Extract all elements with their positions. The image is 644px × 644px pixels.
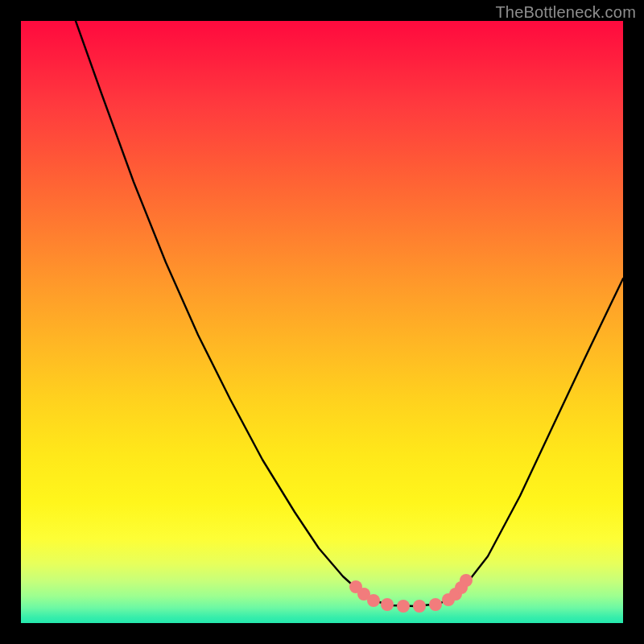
bottleneck-curve: [21, 21, 623, 623]
trough-marker: [429, 598, 442, 611]
trough-marker: [460, 574, 473, 587]
trough-marker: [397, 600, 410, 613]
curve-path: [76, 21, 623, 606]
chart-frame: TheBottleneck.com: [0, 0, 644, 644]
watermark-text: TheBottleneck.com: [495, 3, 636, 22]
plot-area: [21, 21, 623, 623]
trough-marker: [381, 598, 394, 611]
trough-marker: [413, 600, 426, 613]
trough-marker: [367, 594, 380, 607]
